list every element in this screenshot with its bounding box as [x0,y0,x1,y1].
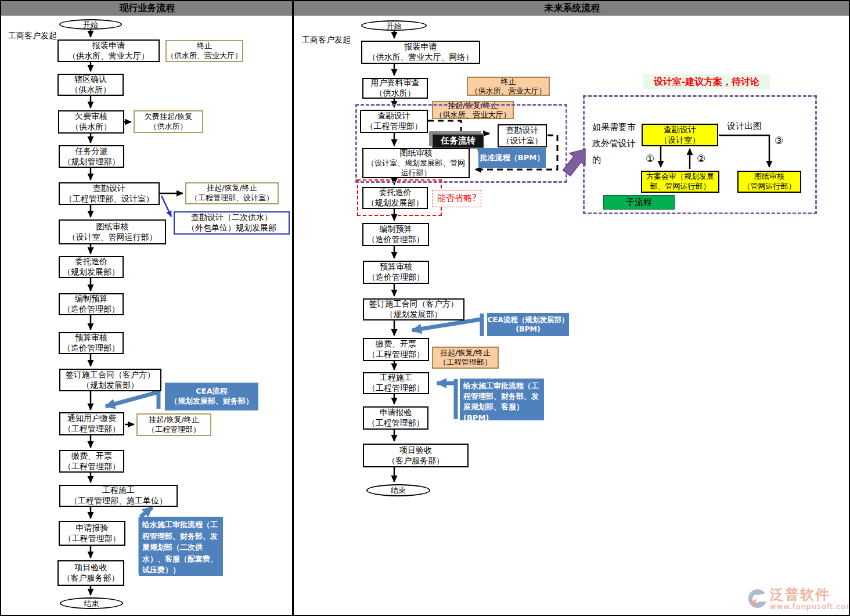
label-line2: （工程管理部） [368,350,424,360]
label-line2: （工程管理部、设计室） [190,193,273,203]
label-line2: （设计室） [660,135,700,146]
callout-text: 给水施工审批流程（工程管理部、财务部、发展规划部、客服）(BPM) [463,381,541,423]
label-line2: （设计室） [502,136,543,146]
label-line1: 欠费审核 [75,111,107,122]
label-line2: （工程管理部） [366,121,423,132]
label-line2: （工程管理部） [368,383,424,394]
label-line2: （造价管理部） [63,304,120,315]
callout-text: 给水施工审批流程（工程管理部、财务部、发展规划部（二次供水）、客服（配套费、试压… [142,519,219,576]
label-line2: （规划发展部） [386,309,442,320]
label-line2: （工程管理部） [439,358,492,367]
future-survey-pm-box: 查勘设计（工程管理部） [360,110,428,133]
label-line1: 欠费挂起/恢复 [145,112,192,122]
current-pay-hold-box: 挂起/恢复/终止（工程管理部） [136,413,211,436]
marker-2: ② [697,153,705,164]
marker-3: ③ [775,135,783,146]
label-line1: 查勘设计 [378,111,410,121]
label-line1: 用户资料审查 [371,78,420,88]
label-line1: CEA流程 [196,387,227,397]
flowchart-canvas: 现行业务流程 未来系统流程 [0,0,850,616]
label-line1: 任务分派 [75,146,108,157]
current-budget-review-box: 预算审核（造价管理部） [59,332,124,354]
label-line2: （供水所、营业大厅） [471,87,546,96]
label-line1: 预算审核 [75,333,107,343]
label-line2: （规划发展部、财务部） [170,397,253,406]
label-line2: （工程管理部） [63,424,120,434]
current-acceptance-box: 项目验收（客户服务部） [57,560,124,586]
current-cea-callout: CEA流程（规划发展部、财务部） [165,383,258,410]
label-line1: 预算审核 [380,262,412,272]
header-right-title: 未来系统流程 [545,2,600,15]
current-entrust-box: 委托造价（规划发展部） [59,256,124,278]
current-inspection-box: 申请报验（工程管理部） [59,521,125,546]
start-label: 开始 [83,21,98,28]
subflow-survey-box: 查勘设计（设计室） [642,124,718,146]
callout-text: 批准流程（BPM） [480,153,544,163]
future-process-header: 未来系统流程 [293,1,850,16]
future-pay-box: 缴费、开票（工程管理部） [363,338,429,361]
future-apply-box: 报装申请（供水所、营业大厅、网络） [361,41,480,64]
approve-bpm-callout: 批准流程（BPM） [478,148,546,168]
task-flow-tag: 任务流转 [432,134,484,149]
future-acceptance-box: 项目验收（客户服务部） [363,444,469,467]
label-line2: （供水所、营业大厅） [435,110,511,120]
current-terminate-box: 终止（供水所、营业大厅） [165,40,243,62]
label-line2: （供水所） [71,122,111,132]
future-budget-review-box: 预算审核（造价管理部） [363,261,429,284]
label-line1: 申请报验 [76,523,109,534]
label-line1: 查勘设计 [93,183,125,194]
subflow-drawing-review-box: 图纸审核（管网运行部） [737,171,801,193]
label-line2: （供水所、营业大厅） [68,51,149,62]
start-label: 开始 [387,22,402,30]
current-contract-box: 签订施工合同（客户方）（规划发展部） [59,369,161,391]
future-drawing-box: 图纸审核（设计室、规划发展部、管网运行部） [362,148,470,178]
future-hold-box: 挂起/恢复/终止（供水所、营业大厅） [432,101,514,119]
future-survey-design-box: 查勘设计（设计室） [498,124,547,147]
label-line2: （工程管理部、施工单位） [70,496,167,506]
end-label: 结束 [84,600,99,607]
label-line1: 查勘设计 [506,125,539,136]
label-line2: （造价管理部） [368,272,424,283]
label-line1: 委托造价 [379,188,412,198]
current-drawing-box: 图纸审核（设计室、管网运行部） [59,219,166,244]
header-left-title: 现行业务流程 [120,2,175,15]
end-label: 结束 [391,487,406,494]
tag-text: 任务流转 [441,135,476,146]
label-line2: （工程管理部） [368,418,424,428]
label-line2: （规划发展部） [63,267,120,278]
label-line2: （工程管理部） [64,534,121,544]
current-budget-box: 编制预算（造价管理部） [59,293,124,315]
current-arrears-box: 欠费审核（供水所） [58,110,124,134]
label-line2: （供水所） [375,88,416,99]
label-line2: （客户服务部） [63,573,120,583]
subprocess-tag: 子流程 [603,195,675,210]
subflow-title: 设计室-建议方案，待讨论 [643,74,770,89]
current-initiator-label: 工商客户发起 [8,31,57,41]
label-line1: 挂起/恢复/终止 [207,183,257,193]
current-notify-pay-box: 通知用户缴费（工程管理部） [59,412,124,435]
logo-name: 泛普软件 [770,588,850,602]
label-line1: 委托造价 [75,257,107,267]
label-line2: （供水所、营业大厅） [167,51,242,61]
label-line1: 图纸审核 [96,222,129,232]
future-inspection-box: 申请报验（工程管理部） [363,406,428,430]
future-terminate-box: 终止（供水所、营业大厅） [467,77,550,96]
label-line1: 图纸审核 [400,148,433,158]
label-line2: （造价管理部） [63,343,120,354]
label-line2: （外包单位）规划发展部 [187,223,276,233]
label-line1: 终止 [197,41,212,51]
tag-text: 子流程 [626,197,652,208]
label-line1: 签订施工合同（客户方） [66,370,155,380]
future-entrust-box: 委托造价（规划发展部） [362,187,428,209]
label-line1: 项目验收 [75,563,107,573]
label-line1: 图纸审核 [754,172,784,182]
column-divider [292,1,294,616]
current-assign-box: 任务分派（规划管理部） [59,145,124,168]
future-budget-box: 编制预算（造价管理部） [362,223,429,246]
current-arrears-hold-box: 欠费挂起/恢复（供水所） [134,110,203,133]
label-line1: 工程施工 [380,373,412,383]
callout-text: CEA流程（规划发展部）(BPM) [487,315,569,334]
label-line1: 工程施工 [102,485,135,496]
label-line2: （客户服务部） [387,456,444,466]
label-line1: 报装申请 [92,41,125,51]
